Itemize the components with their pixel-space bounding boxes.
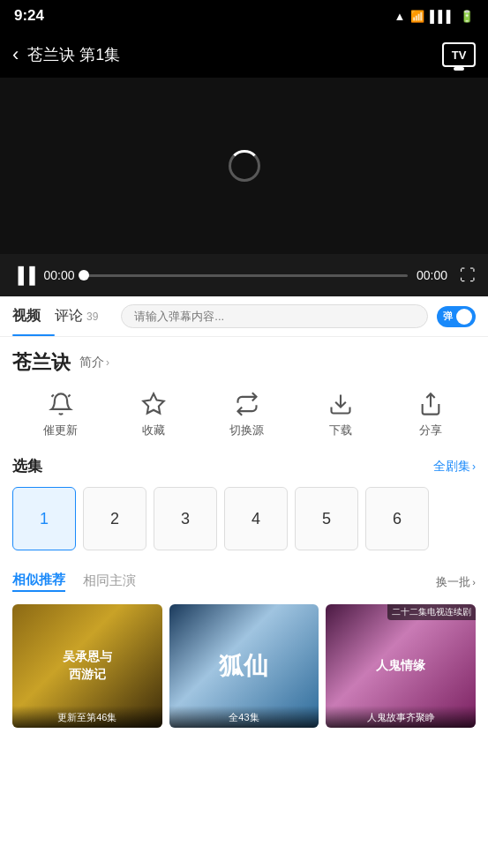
main-content: 苍兰诀 简介 › 催更新 收藏 [0,337,488,728]
switch-source-label: 切换源 [229,423,264,438]
share-label: 分享 [419,423,442,438]
share-icon [417,390,445,418]
signal-icon: ▌▌▌ [430,10,454,23]
episode-item-5[interactable]: 5 [295,487,358,550]
episode-item-1[interactable]: 1 [12,487,76,550]
rec-tabs: 相似推荐 相同主演 换一批 › [12,572,476,592]
card-3-overlay: 人鬼故事齐聚睁 [326,706,476,728]
svg-line-1 [68,395,70,397]
episode-grid: 1 2 3 4 5 6 [12,487,476,550]
danmu-toggle[interactable]: 弹 [437,306,476,327]
tab-video[interactable]: 视频 [12,296,55,336]
total-time: 00:00 [417,268,447,282]
play-pause-button[interactable]: ▐▐ [12,266,35,285]
tab-comments[interactable]: 评论 39 [55,296,112,336]
action-share[interactable]: 分享 [417,390,445,438]
tv-button[interactable]: TV [442,42,476,67]
danmu-input[interactable] [121,304,428,328]
status-time: 9:24 [14,7,44,25]
action-remind[interactable]: 催更新 [43,390,78,438]
episode-item-2[interactable]: 2 [83,487,146,550]
header: ‹ 苍兰诀 第1集 TV [0,32,488,78]
wifi-icon: 📶 [410,10,424,23]
player-controls: ▐▐ 00:00 00:00 ⛶ [0,254,488,296]
status-bar: 9:24 ▲ 📶 ▌▌▌ 🔋 [0,0,488,32]
card-3-badge: 二十二集电视连续剧 [387,604,476,620]
current-time: 00:00 [44,268,75,282]
episodes-title: 选集 [12,456,42,476]
rec-card-2[interactable]: 狐仙 全43集 [169,604,319,728]
rec-refresh-arrow: › [472,577,476,587]
progress-bar[interactable] [84,274,408,277]
download-icon [327,390,355,418]
show-title: 苍兰诀 [12,349,71,376]
action-switch-source[interactable]: 切换源 [229,390,264,438]
collect-label: 收藏 [142,423,165,438]
action-collect[interactable]: 收藏 [139,390,168,438]
card-1-footer: 更新至第46集 [18,711,157,724]
fullscreen-button[interactable]: ⛶ [460,266,476,285]
rec-tab-same-cast[interactable]: 相同主演 [83,572,136,591]
card-2-footer: 全43集 [175,711,314,724]
svg-marker-2 [144,393,164,413]
progress-dot[interactable] [79,270,89,281]
svg-line-0 [51,395,53,397]
switch-source-icon [233,390,261,418]
card-2-overlay: 全43集 [169,706,319,728]
tabs-row: 视频 评论 39 弹 [0,296,488,337]
intro-arrow: › [106,356,109,369]
action-download[interactable]: 下载 [327,390,355,438]
title-row: 苍兰诀 简介 › [12,349,476,376]
danmu-knob [456,309,472,325]
video-player[interactable] [0,78,488,254]
intro-button[interactable]: 简介 › [79,355,109,370]
card-1-overlay: 更新至第46集 [12,706,162,728]
full-episodes-arrow: › [472,460,476,473]
remind-icon [47,390,75,418]
rec-refresh-button[interactable]: 换一批 › [436,574,476,590]
rec-card-3[interactable]: 人鬼情缘 二十二集电视连续剧 人鬼故事齐聚睁 [326,604,476,728]
episode-item-6[interactable]: 6 [365,487,429,550]
loading-spinner [229,150,260,182]
battery-icon: 🔋 [460,10,474,23]
episode-item-3[interactable]: 3 [154,487,217,550]
rec-grid: 吴承恩与 西游记 更新至第46集 狐仙 全43集 人鬼情缘 二十二集电视连续剧 … [12,604,476,728]
full-episodes-link[interactable]: 全剧集 › [433,459,476,475]
status-icons: ▲ 📶 ▌▌▌ 🔋 [394,10,474,23]
back-button[interactable]: ‹ [12,43,19,66]
comment-badge: 39 [86,311,98,323]
rec-card-1[interactable]: 吴承恩与 西游记 更新至第46集 [12,604,162,728]
rec-tab-similar[interactable]: 相似推荐 [12,572,65,592]
remind-label: 催更新 [43,423,78,438]
card-3-footer: 人鬼故事齐聚睁 [331,711,470,724]
episodes-header: 选集 全剧集 › [12,456,476,476]
network-icon: ▲ [394,10,405,23]
actions-row: 催更新 收藏 切换源 [12,390,476,438]
episode-item-4[interactable]: 4 [224,487,288,550]
danmu-label: 弹 [443,310,453,323]
header-title: 苍兰诀 第1集 [27,44,442,65]
download-label: 下载 [329,423,352,438]
collect-icon [139,390,168,418]
